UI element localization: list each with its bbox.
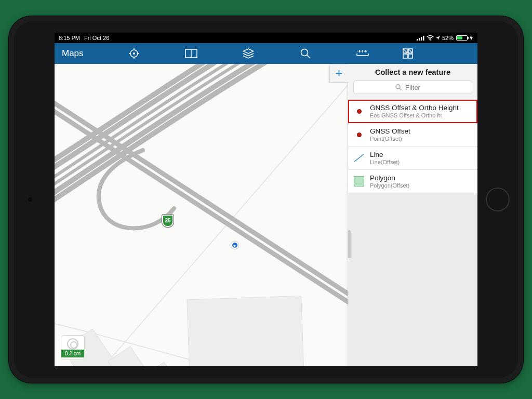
feature-template-subtitle: Line(Offset) <box>370 159 400 165</box>
ipad-inner-bezel: 8:15 PM Fri Oct 26 52% Maps <box>14 21 518 378</box>
panel-header: Collect a new feature <box>348 64 477 100</box>
svg-point-32 <box>396 85 400 89</box>
svg-rect-3 <box>423 36 424 41</box>
feature-template-item[interactable]: LineLine(Offset) <box>348 147 477 170</box>
feature-template-item[interactable]: GNSS OffsetPoint(Offset) <box>348 123 477 147</box>
feature-template-text: PolygonPolygon(Offset) <box>370 174 409 189</box>
svg-point-13 <box>301 49 308 56</box>
measure-icon <box>356 49 369 58</box>
svg-rect-1 <box>419 38 420 41</box>
battery-percent: 52% <box>442 35 454 41</box>
feature-template-text: LineLine(Offset) <box>370 151 400 165</box>
layers-icon <box>243 48 254 59</box>
feature-template-text: GNSS OffsetPoint(Offset) <box>370 127 410 142</box>
current-location-marker <box>231 242 238 249</box>
feature-template-subtitle: Eos GNSS Offset & Ortho ht <box>370 112 459 118</box>
svg-point-6 <box>133 52 135 55</box>
ios-status-bar: 8:15 PM Fri Oct 26 52% <box>55 33 477 43</box>
bookmarks-icon <box>185 49 197 58</box>
basemap-button[interactable] <box>391 43 415 64</box>
svg-line-14 <box>307 55 310 58</box>
route-shield: 25 <box>162 215 174 227</box>
app-toolbar: Maps <box>55 43 477 64</box>
ipad-frame: 8:15 PM Fri Oct 26 52% Maps <box>8 16 524 383</box>
svg-rect-25 <box>408 54 413 58</box>
svg-rect-24 <box>403 54 407 58</box>
add-feature-button[interactable]: + <box>329 64 348 83</box>
status-right: 52% <box>417 35 473 41</box>
point-symbol-icon <box>353 105 365 117</box>
feature-template-subtitle: Polygon(Offset) <box>370 182 409 189</box>
screen: 8:15 PM Fri Oct 26 52% Maps <box>55 33 477 366</box>
collect-feature-panel: + Collect a new feature GNSS Offset & Or… <box>348 64 477 366</box>
feature-template-list: GNSS Offset & Ortho HeightEos GNSS Offse… <box>348 100 477 193</box>
feature-template-text: GNSS Offset & Ortho HeightEos GNSS Offse… <box>370 104 459 118</box>
home-button[interactable] <box>486 188 510 211</box>
filter-input[interactable] <box>353 81 472 94</box>
svg-line-27 <box>408 49 413 53</box>
maps-back-button[interactable]: Maps <box>59 48 105 59</box>
feature-template-title: Line <box>370 151 400 158</box>
feature-template-subtitle: Point(Offset) <box>370 136 410 142</box>
accuracy-badge[interactable]: 0.2 cm <box>61 335 85 360</box>
wifi-icon <box>427 35 434 41</box>
svg-point-4 <box>430 39 431 41</box>
svg-rect-0 <box>417 39 418 41</box>
location-arrow-icon <box>435 35 441 41</box>
panel-scrollbar[interactable] <box>348 230 351 258</box>
point-symbol-icon <box>353 129 365 140</box>
locate-button[interactable] <box>105 43 163 64</box>
signal-bars-icon <box>417 35 425 41</box>
panel-title: Collect a new feature <box>353 68 472 76</box>
layers-button[interactable] <box>220 43 277 64</box>
accuracy-ring-icon <box>67 338 78 350</box>
feature-template-title: GNSS Offset <box>370 127 410 135</box>
crosshair-icon <box>129 48 139 59</box>
plus-icon: + <box>335 67 342 79</box>
search-icon <box>300 48 311 59</box>
feature-template-item[interactable]: GNSS Offset & Ortho HeightEos GNSS Offse… <box>348 100 477 123</box>
front-camera <box>28 197 33 202</box>
svg-line-34 <box>354 154 364 162</box>
svg-rect-30 <box>142 362 192 366</box>
bookmarks-button[interactable] <box>163 43 220 64</box>
svg-rect-2 <box>421 37 422 41</box>
feature-template-item[interactable]: PolygonPolygon(Offset) <box>348 170 477 193</box>
feature-template-title: GNSS Offset & Ortho Height <box>370 104 459 112</box>
search-button[interactable] <box>277 43 334 64</box>
polygon-symbol-icon <box>353 176 365 187</box>
svg-rect-31 <box>187 296 307 366</box>
feature-template-title: Polygon <box>370 174 409 182</box>
svg-line-33 <box>400 88 402 90</box>
basemap-grid-icon <box>403 48 413 59</box>
svg-line-26 <box>403 49 407 53</box>
accuracy-value: 0.2 cm <box>61 350 84 357</box>
status-date: Fri Oct 26 <box>84 35 109 41</box>
filter-search-icon <box>395 84 402 90</box>
line-symbol-icon <box>353 152 365 164</box>
battery-icon <box>456 35 468 41</box>
status-time: 8:15 PM <box>59 35 80 41</box>
measure-button[interactable] <box>334 43 391 64</box>
charging-bolt-icon <box>469 35 473 41</box>
